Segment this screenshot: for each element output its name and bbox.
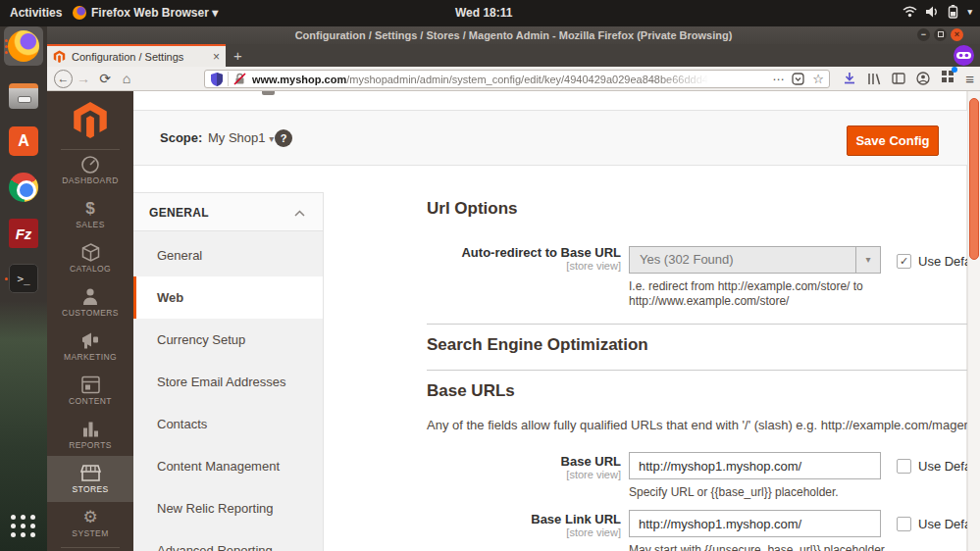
submenu-item-currency-setup[interactable]: Currency Setup: [133, 319, 323, 361]
url-text: www.myshop.com/myshopadmin/admin/system_…: [252, 74, 713, 85]
dock-files[interactable]: [4, 76, 43, 116]
dashboard-icon: [80, 155, 100, 174]
private-browsing-badge: [954, 45, 974, 66]
maximize-button[interactable]: [934, 28, 947, 41]
forward-button[interactable]: →: [73, 70, 94, 87]
submenu-item-content-management[interactable]: Content Management: [133, 445, 323, 487]
activities-button[interactable]: Activities: [10, 6, 62, 20]
tab-bar: Configuration / Settings × +: [47, 44, 980, 67]
stores-icon: [80, 464, 101, 482]
sidebar-item-marketing[interactable]: MARKETING: [47, 331, 133, 375]
sidebar-item-customers[interactable]: CUSTOMERS: [47, 287, 133, 330]
caret-down-icon: ▾: [269, 133, 274, 144]
base-urls-comment: Any of the fields allow fully qualified …: [427, 418, 980, 432]
customers-icon: [81, 287, 99, 306]
url-path: /myshopadmin/admin/system_config/edit/ke…: [346, 74, 708, 85]
sidebar-item-dashboard[interactable]: DASHBOARD: [47, 155, 133, 198]
insecure-connection-icon[interactable]: [233, 73, 246, 85]
submenu-item-web[interactable]: Web: [133, 276, 323, 319]
window-titlebar[interactable]: Configuration / Settings / Stores / Mage…: [47, 26, 980, 44]
close-button[interactable]: ×: [951, 28, 963, 41]
notification-dot: [952, 67, 957, 73]
chrome-icon: [9, 173, 38, 202]
submenu-group-general[interactable]: GENERAL: [133, 192, 323, 231]
system-tray[interactable]: ▾: [903, 5, 972, 19]
minimize-button[interactable]: −: [917, 28, 930, 41]
auto-redirect-select[interactable]: Yes (302 Found) ▾: [629, 246, 881, 274]
dock-ubuntu-software[interactable]: A: [4, 122, 43, 161]
config-submenu: GENERAL General Web Currency Setup Store…: [133, 192, 324, 551]
tab-configuration-settings[interactable]: Configuration / Settings ×: [47, 44, 226, 67]
tab-title: Configuration / Settings: [72, 51, 207, 63]
app-menu-button[interactable]: Firefox Web Browser ▾: [91, 6, 218, 20]
page-actions-icon[interactable]: ⋯: [772, 73, 784, 86]
magento-logo[interactable]: [73, 101, 108, 138]
scrollbar-thumb[interactable]: [969, 98, 979, 260]
dock-show-applications[interactable]: [4, 506, 43, 545]
use-default-checkbox-base-url[interactable]: [897, 459, 911, 474]
account-icon[interactable]: [916, 72, 930, 85]
back-button[interactable]: ←: [54, 70, 73, 88]
reload-button[interactable]: ⟳: [94, 70, 116, 87]
sidebar-toggle-icon[interactable]: [892, 73, 905, 84]
submenu-item-advanced-reporting[interactable]: Advanced Reporting: [133, 529, 323, 551]
sidebar-item-content[interactable]: CONTENT: [47, 376, 133, 419]
submenu-item-store-email-addresses[interactable]: Store Email Addresses: [133, 361, 323, 403]
extensions-button[interactable]: [941, 70, 954, 87]
firefox-icon: [8, 30, 39, 62]
battery-icon: [948, 5, 958, 19]
downloads-icon[interactable]: [843, 72, 856, 85]
page-viewport: DASHBOARD $ SALES CATALOG CUSTOMERS MARK…: [47, 91, 980, 551]
wifi-icon: [903, 6, 917, 18]
magento-content: Scope: My Shop1 ▾ ? Save Config GENERAL …: [133, 91, 967, 551]
tab-close-icon[interactable]: ×: [213, 50, 220, 64]
section-title-seo: Search Engine Optimization: [427, 335, 648, 355]
marketing-icon: [80, 331, 100, 350]
sidebar-item-system[interactable]: ⚙ SYSTEM: [47, 508, 133, 551]
bookmark-star-icon[interactable]: ☆: [812, 72, 824, 86]
pocket-icon[interactable]: [792, 73, 804, 85]
sidebar-item-sales[interactable]: $ SALES: [47, 199, 133, 242]
sidebar-item-stores[interactable]: STORES: [47, 456, 133, 502]
volume-icon: [926, 6, 939, 18]
sidebar-item-catalog[interactable]: CATALOG: [47, 243, 133, 286]
divider: [427, 324, 980, 325]
dock-filezilla[interactable]: Fz: [4, 214, 43, 253]
use-default-checkbox-base-link-url[interactable]: [897, 517, 911, 531]
magento-sidebar: DASHBOARD $ SALES CATALOG CUSTOMERS MARK…: [47, 91, 133, 551]
private-mask-icon: [956, 52, 971, 60]
submenu-item-new-relic-reporting[interactable]: New Relic Reporting: [133, 487, 323, 529]
submenu-item-contacts[interactable]: Contacts: [133, 403, 323, 445]
screen: Activities Firefox Web Browser ▾ Wed 18:…: [0, 0, 980, 551]
field-label-base-link-url: Base Link URL: [427, 512, 621, 526]
scope-switcher[interactable]: My Shop1 ▾: [208, 130, 274, 145]
dock-firefox[interactable]: [4, 26, 43, 66]
scrollbar-track[interactable]: [967, 91, 980, 551]
home-button[interactable]: ⌂: [116, 70, 137, 87]
dock-terminal[interactable]: >_: [4, 259, 43, 298]
menu-icon[interactable]: ≡: [965, 71, 974, 87]
firefox-window: Configuration / Settings / Stores / Mage…: [47, 26, 980, 551]
base-link-url-input[interactable]: [629, 510, 881, 537]
caret-down-icon: ▾: [212, 6, 218, 20]
divider: [61, 547, 120, 548]
scope-label: Scope:: [160, 130, 202, 145]
dock-chrome[interactable]: [4, 168, 43, 207]
select-caret-icon: ▾: [855, 247, 880, 273]
field-note-base-link-url: May start with {{unsecure_base_url}} pla…: [629, 543, 888, 551]
config-form: Url Options Auto-redirect to Base URL [s…: [427, 91, 980, 551]
library-icon[interactable]: [867, 73, 881, 85]
system-gear-icon: ⚙: [47, 508, 133, 526]
clipped-page-element: [262, 91, 275, 95]
clock[interactable]: Wed 18:11: [455, 6, 512, 20]
tracking-protection-shield-icon[interactable]: [211, 73, 223, 86]
new-tab-button[interactable]: +: [233, 46, 242, 66]
url-bar[interactable]: www.myshop.com/myshopadmin/admin/system_…: [204, 70, 830, 88]
use-default-checkbox-auto-redirect[interactable]: ✓: [897, 254, 911, 269]
base-url-input[interactable]: [629, 452, 881, 479]
ubuntu-software-icon: A: [9, 126, 38, 156]
scope-help-icon[interactable]: ?: [275, 129, 292, 147]
terminal-icon: >_: [9, 264, 38, 293]
submenu-item-general[interactable]: General: [133, 234, 323, 276]
field-note-auto-redirect: I.e. redirect from http://example.com/st…: [629, 279, 863, 309]
